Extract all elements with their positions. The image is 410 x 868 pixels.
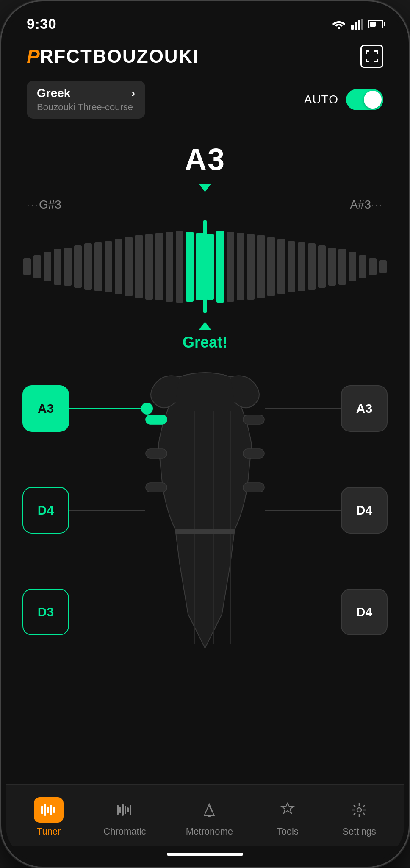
phone-frame: 9:30 P bbox=[0, 0, 410, 868]
string-buttons-right: A3 D4 D4 bbox=[265, 385, 388, 635]
string-btn-a3-right[interactable]: A3 bbox=[341, 385, 388, 432]
eq-bar bbox=[237, 233, 244, 300]
svg-rect-26 bbox=[117, 805, 119, 815]
eq-bar bbox=[166, 232, 173, 302]
string-btn-d4-right[interactable]: D4 bbox=[341, 487, 388, 534]
nav-item-tools[interactable]: Tools bbox=[264, 793, 311, 841]
eq-bar bbox=[298, 242, 305, 291]
auto-toggle-switch[interactable] bbox=[346, 89, 383, 110]
logo-p: P bbox=[27, 45, 40, 68]
svg-marker-6 bbox=[199, 322, 211, 330]
metronome-icon-container bbox=[194, 797, 224, 823]
string-btn-d4-left[interactable]: D4 bbox=[22, 487, 69, 534]
note-display: A3 bbox=[6, 142, 404, 177]
eq-bar bbox=[216, 231, 224, 303]
chevron-right-icon: › bbox=[131, 86, 135, 100]
nav-item-tuner[interactable]: Tuner bbox=[25, 793, 72, 841]
app-logo: P RFCTBOUZOUKI bbox=[27, 45, 199, 68]
tools-icon-container bbox=[273, 797, 302, 823]
svg-line-32 bbox=[209, 806, 213, 812]
toggle-thumb bbox=[364, 91, 382, 108]
svg-rect-1 bbox=[351, 25, 354, 30]
nav-label-metronome: Metronome bbox=[186, 826, 233, 837]
eq-bar bbox=[44, 252, 51, 281]
auto-toggle-row: AUTO bbox=[304, 89, 383, 110]
string-row-1-right: A3 bbox=[265, 385, 388, 432]
eq-bar bbox=[379, 260, 387, 273]
note-labels: ··· G#3 A#3 ··· bbox=[6, 198, 404, 211]
eq-bar bbox=[328, 248, 336, 286]
string-btn-d3-right[interactable]: D4 bbox=[341, 589, 388, 635]
selector-row: Greek › Bouzouki Three-course AUTO bbox=[6, 76, 404, 129]
battery-icon bbox=[368, 20, 383, 28]
eq-bar bbox=[54, 249, 61, 285]
eq-bar bbox=[94, 242, 102, 291]
dots-right: ··· bbox=[371, 199, 383, 211]
eq-bar bbox=[176, 231, 183, 303]
svg-rect-29 bbox=[125, 806, 126, 814]
string-btn-d4-right-label: D4 bbox=[356, 503, 372, 517]
home-bar bbox=[167, 853, 243, 856]
status-text: Great! bbox=[183, 334, 227, 351]
eq-bar bbox=[247, 234, 255, 300]
string-btn-d3-left-label: D3 bbox=[38, 605, 54, 619]
string-btn-a3-left[interactable]: A3 bbox=[22, 385, 69, 432]
status-icons bbox=[332, 19, 383, 30]
svg-rect-4 bbox=[361, 19, 363, 30]
string-row-2-left: D4 bbox=[22, 487, 153, 534]
nav-item-chromatic[interactable]: Chromatic bbox=[95, 793, 154, 841]
svg-rect-10 bbox=[243, 415, 264, 424]
instrument-selector[interactable]: Greek › Bouzouki Three-course bbox=[27, 81, 145, 119]
tools-icon bbox=[279, 802, 296, 818]
eq-bar bbox=[33, 255, 41, 278]
signal-icon bbox=[351, 19, 363, 30]
string-btn-d3-left[interactable]: D3 bbox=[22, 589, 69, 635]
settings-icon bbox=[351, 802, 368, 818]
nav-label-tools: Tools bbox=[277, 826, 299, 837]
peg-indicator-a3 bbox=[141, 403, 153, 415]
eq-bar bbox=[135, 235, 143, 298]
eq-bar bbox=[257, 235, 265, 298]
nav-label-chromatic: Chromatic bbox=[103, 826, 146, 837]
tuner-icon bbox=[40, 802, 57, 818]
svg-rect-28 bbox=[122, 804, 124, 816]
eq-bar bbox=[349, 252, 356, 281]
svg-rect-12 bbox=[243, 483, 264, 492]
eq-bar bbox=[318, 245, 326, 288]
svg-rect-31 bbox=[130, 805, 131, 815]
tuner-icon-container bbox=[34, 797, 64, 823]
string-btn-a3-left-label: A3 bbox=[38, 401, 54, 416]
eq-bar bbox=[196, 233, 204, 300]
scan-button[interactable] bbox=[360, 45, 383, 68]
string-line-d3 bbox=[69, 612, 145, 612]
svg-rect-33 bbox=[208, 815, 211, 817]
string-btn-a3-right-label: A3 bbox=[356, 401, 372, 416]
nav-item-settings[interactable]: Settings bbox=[334, 793, 385, 841]
string-line-d4-right bbox=[265, 510, 341, 511]
current-note: A3 bbox=[185, 142, 225, 176]
string-line-d3-right bbox=[265, 612, 341, 612]
left-note: G#3 bbox=[39, 198, 61, 211]
tuner-status: Great! bbox=[6, 322, 404, 360]
eq-bar bbox=[277, 239, 285, 294]
svg-rect-3 bbox=[358, 20, 360, 30]
eq-bar bbox=[155, 233, 163, 300]
header: P RFCTBOUZOUKI bbox=[6, 36, 404, 76]
string-row-2-right: D4 bbox=[265, 487, 388, 534]
eq-bar bbox=[74, 245, 82, 288]
nav-item-metronome[interactable]: Metronome bbox=[177, 793, 241, 841]
string-buttons-left: A3 D4 D3 bbox=[22, 385, 153, 635]
eq-bar bbox=[145, 234, 153, 300]
headstock-section: A3 D4 D3 bbox=[6, 368, 404, 784]
instrument-name: Greek bbox=[37, 86, 70, 100]
string-btn-d3-right-label: D4 bbox=[356, 605, 372, 619]
tuner-arrow-down bbox=[6, 184, 404, 194]
string-row-1-left: A3 bbox=[22, 385, 153, 432]
bottom-nav: Tuner Chromatic bbox=[6, 784, 404, 846]
string-line-a3 bbox=[69, 408, 141, 409]
settings-icon-container bbox=[344, 797, 374, 823]
wifi-icon bbox=[332, 19, 346, 30]
right-note: A#3 bbox=[350, 198, 371, 211]
eq-bar bbox=[84, 243, 92, 290]
eq-bar bbox=[206, 234, 214, 300]
